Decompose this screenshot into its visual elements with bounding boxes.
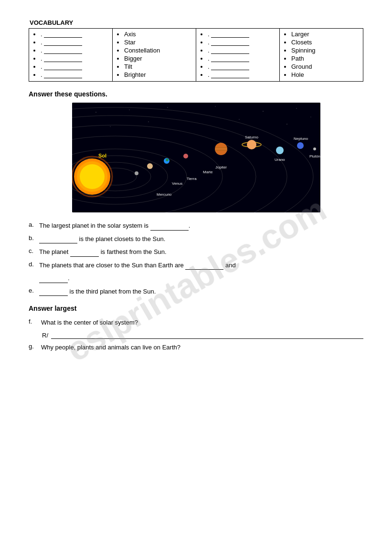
blank-b[interactable]: [39, 237, 77, 243]
question-letter-d: d.: [29, 261, 39, 268]
svg-point-10: [286, 124, 287, 125]
questions-section: Answer these questions.: [29, 90, 363, 296]
vocab-word-constellation: Constellation: [124, 47, 192, 54]
section2-title: Answer largest: [29, 305, 363, 312]
vocab-word-ground: Ground: [291, 63, 359, 70]
question-c: c. The planet is farthest from the Sun.: [29, 247, 363, 257]
vocab-blank-6: .: [41, 71, 108, 78]
svg-point-42: [276, 147, 284, 154]
svg-point-25: [135, 171, 138, 175]
vocab-word-star: Star: [124, 39, 192, 46]
svg-point-1: [95, 112, 96, 113]
svg-point-6: [296, 108, 297, 109]
vocab-col3: . . . . . .: [196, 29, 280, 82]
question-text-b: is the planet closets to the Sun.: [39, 234, 363, 244]
svg-text:Marte: Marte: [203, 170, 213, 174]
question-text-d: The planets that are closer to the Sun t…: [39, 261, 363, 270]
vocabulary-table: . . . . . . Axis Star Constellation Bigg…: [29, 28, 363, 82]
svg-point-30: [166, 158, 169, 161]
question-letter-f: f.: [29, 318, 41, 325]
svg-point-9: [239, 119, 239, 120]
blank-f[interactable]: [51, 331, 363, 339]
vocabulary-title: VOCABULARY: [30, 19, 363, 26]
question-letter-b: b.: [29, 234, 39, 242]
svg-point-40: [247, 140, 256, 149]
svg-point-32: [183, 154, 188, 158]
answer-line-f: R/: [29, 331, 363, 339]
svg-text:Tierra: Tierra: [187, 177, 197, 181]
vocabulary-section: VOCABULARY . . . . . . Axis: [29, 19, 363, 82]
question-d: d. The planets that are closer to the Su…: [29, 261, 363, 270]
vocab-word-larger: Larger: [291, 31, 359, 38]
svg-point-2: [129, 110, 129, 110]
vocab-word-hole: Hole: [291, 71, 359, 78]
question-g: g. Why people, plants and animals can li…: [29, 343, 363, 352]
svg-text:Plutón: Plutón: [309, 154, 320, 158]
vocab-word-tilt: Tilt: [124, 63, 192, 70]
svg-point-4: [215, 106, 215, 107]
svg-text:Júpiter: Júpiter: [215, 165, 227, 169]
question-a: a. The largest planet in the solar syste…: [29, 221, 363, 231]
question-letter-c: c.: [29, 247, 39, 254]
vocab-blank-1: .: [41, 31, 108, 38]
vocab-col1: . . . . . .: [29, 29, 113, 82]
vocab-word-axis: Axis: [124, 31, 192, 38]
solar-system-image: Sol Mercurio Venus Tierra Marte Júpiter: [72, 103, 320, 212]
question-letter-g: g.: [29, 343, 41, 350]
svg-point-44: [297, 142, 304, 149]
question-text-a: The largest planet in the solar system i…: [39, 221, 363, 231]
question-b: b. is the planet closets to the Sun.: [29, 234, 363, 244]
vocab-blank-8: .: [208, 39, 275, 46]
svg-text:Neptuno: Neptuno: [294, 137, 308, 141]
vocab-col4: Larger Closets Spinning Path Ground Hole: [280, 29, 363, 82]
section1-title: Answer these questions.: [29, 90, 363, 98]
blank-e[interactable]: [39, 289, 68, 296]
question-letter-a: a.: [29, 221, 39, 228]
vocab-word-spinning: Spinning: [291, 47, 359, 54]
blank-d2[interactable]: [39, 276, 68, 283]
svg-point-46: [313, 147, 316, 150]
question-text-e: is the third planet from the Sun.: [39, 287, 363, 296]
question-text-c: The planet is farthest from the Sun.: [39, 247, 363, 257]
blank-c[interactable]: [70, 250, 99, 257]
svg-point-22: [80, 164, 105, 189]
svg-text:Saturno: Saturno: [245, 135, 259, 139]
question-text-d-cont: .: [39, 274, 363, 283]
r-label-f: R/: [42, 332, 48, 339]
question-e: e. is the third planet from the Sun.: [29, 287, 363, 296]
svg-text:Urano: Urano: [275, 158, 285, 162]
svg-point-27: [147, 163, 153, 169]
vocab-word-path: Path: [291, 55, 359, 62]
svg-point-11: [310, 117, 311, 117]
vocab-blank-12: .: [208, 71, 275, 78]
vocab-blank-3: .: [41, 47, 108, 54]
vocab-blank-10: .: [208, 55, 275, 62]
svg-point-7: [110, 126, 110, 127]
svg-text:Sol: Sol: [98, 153, 106, 158]
vocab-blank-5: .: [41, 63, 108, 70]
question-d-cont: .: [29, 274, 363, 283]
svg-point-3: [167, 107, 168, 108]
vocab-blank-9: .: [208, 47, 275, 54]
vocab-word-closets: Closets: [291, 39, 359, 46]
question-f: f. What is the center of solar system?: [29, 318, 363, 327]
answer-largest-section: Answer largest f. What is the center of …: [29, 305, 363, 352]
question-letter-e: e.: [29, 287, 39, 294]
svg-text:Venus: Venus: [172, 181, 182, 186]
blank-a[interactable]: [150, 224, 189, 231]
vocab-blank-4: .: [41, 55, 108, 62]
vocab-word-bigger: Bigger: [124, 55, 192, 62]
blank-d1[interactable]: [185, 263, 223, 270]
question-text-f: What is the center of solar system?: [41, 318, 363, 327]
svg-text:Mercurio: Mercurio: [157, 192, 172, 197]
vocab-blank-2: .: [41, 39, 108, 46]
vocab-blank-7: .: [208, 31, 275, 38]
question-text-g: Why people, plants and animals can live …: [41, 343, 363, 352]
svg-point-5: [263, 111, 263, 112]
svg-point-8: [148, 122, 148, 122]
vocab-word-brighter: Brighter: [124, 71, 192, 78]
vocab-blank-11: .: [208, 63, 275, 70]
vocab-col2: Axis Star Constellation Bigger Tilt Brig…: [113, 29, 196, 82]
